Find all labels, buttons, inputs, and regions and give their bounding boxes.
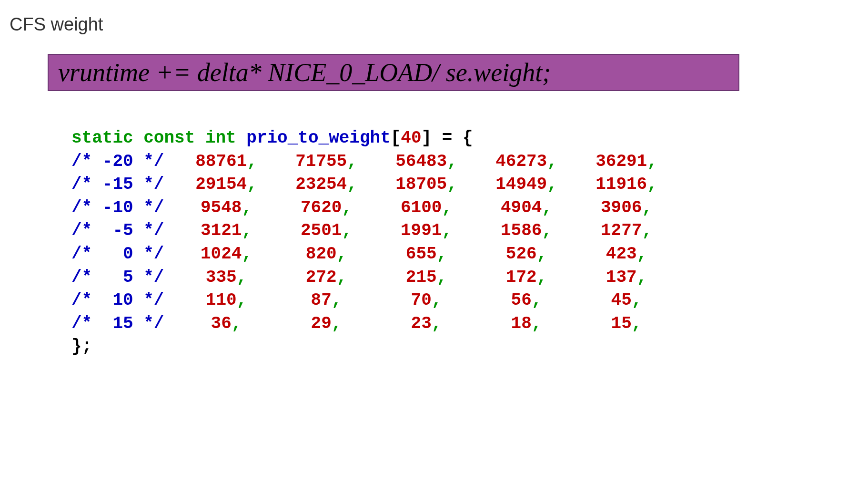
code-value: 215 (406, 268, 437, 287)
code-value: 18 (511, 314, 532, 333)
code-value-cell: 423, (576, 243, 676, 266)
code-value: 14949 (495, 175, 547, 194)
code-value-cell: 2501, (276, 219, 376, 243)
code-value: 423 (606, 244, 637, 264)
kw-int: int (205, 128, 236, 148)
code-value-cell: 272, (276, 266, 376, 289)
code-value-cell: 71755, (276, 150, 376, 174)
code-comment: /* -5 */ (71, 219, 176, 243)
code-value: 29154 (195, 175, 247, 194)
bracket-close: ] (422, 128, 432, 148)
code-value-cell: 29154, (176, 173, 276, 196)
code-value-cell: 18705, (376, 173, 476, 196)
code-value-cell: 87, (276, 289, 376, 312)
comma: , (242, 198, 252, 217)
code-comment: /* -10 */ (71, 196, 176, 220)
comma: , (342, 221, 352, 240)
code-value: 56483 (395, 152, 447, 171)
code-value-cell: 172, (476, 266, 576, 289)
code-value: 15 (611, 314, 632, 333)
comma: , (547, 175, 557, 194)
comma: , (647, 152, 657, 171)
code-row: /* -10 */9548,7620,6100,4904,3906, (71, 196, 858, 220)
bracket-open: [ (391, 128, 401, 148)
comma: , (332, 314, 342, 333)
comma: , (632, 314, 642, 333)
code-value-cell: 29, (276, 312, 376, 336)
comma: , (337, 268, 347, 287)
code-value-cell: 23254, (276, 173, 376, 196)
comma: , (432, 314, 442, 333)
code-row: /* -20 */88761,71755,56483,46273,36291, (71, 150, 858, 174)
code-value-cell: 45, (576, 289, 676, 312)
code-declaration: static const int prio_to_weight[40] = { (71, 127, 858, 150)
code-row: /* -15 */29154,23254,18705,14949,11916, (71, 173, 858, 196)
code-value-cell: 14949, (476, 173, 576, 196)
code-value-cell: 6100, (376, 196, 476, 220)
comma: , (642, 221, 652, 240)
comma: , (637, 268, 647, 287)
formula-box: vruntime += delta* NICE_0_LOAD/ se.weigh… (48, 54, 739, 91)
code-value-cell: 15, (576, 312, 676, 336)
page-title: CFS weight (10, 14, 858, 35)
code-value-cell: 3906, (576, 196, 676, 220)
code-value: 6100 (401, 198, 442, 217)
comma: , (447, 175, 457, 194)
code-value-cell: 1586, (476, 219, 576, 243)
code-value-cell: 1024, (176, 243, 276, 266)
comma: , (647, 175, 657, 194)
code-comment: /* 0 */ (71, 243, 176, 266)
code-row: /* 10 */110,87,70,56,45, (71, 289, 858, 312)
comma: , (242, 221, 252, 240)
comma: , (547, 152, 557, 171)
comma: , (347, 175, 357, 194)
code-comment: /* -15 */ (71, 173, 176, 196)
code-value-cell: 335, (176, 266, 276, 289)
code-value: 70 (411, 290, 432, 310)
comma: , (242, 244, 252, 264)
code-value: 56 (511, 290, 532, 310)
comma: , (247, 175, 257, 194)
comma: , (432, 290, 442, 310)
code-value-cell: 820, (276, 243, 376, 266)
code-value: 36291 (595, 152, 647, 171)
equals: = (432, 128, 463, 148)
code-value-cell: 1991, (376, 219, 476, 243)
code-value: 655 (406, 244, 437, 264)
code-block: static const int prio_to_weight[40] = { … (71, 127, 858, 359)
comma: , (447, 152, 457, 171)
code-value-cell: 88761, (176, 150, 276, 174)
code-value-cell: 9548, (176, 196, 276, 220)
code-value: 272 (306, 268, 337, 287)
comma: , (537, 244, 547, 264)
code-value-cell: 46273, (476, 150, 576, 174)
code-value: 1586 (501, 221, 542, 240)
code-row: /* 15 */36,29,23,18,15, (71, 312, 858, 336)
code-value: 1277 (601, 221, 642, 240)
code-value: 11916 (595, 175, 647, 194)
code-value-cell: 56483, (376, 150, 476, 174)
code-value-cell: 137, (576, 266, 676, 289)
code-value-cell: 70, (376, 289, 476, 312)
code-value: 110 (206, 290, 237, 310)
comma: , (437, 244, 447, 264)
code-comment: /* 10 */ (71, 289, 176, 312)
code-value: 71755 (295, 152, 347, 171)
brace-close: }; (71, 337, 92, 356)
formula-text: vruntime += delta* NICE_0_LOAD/ se.weigh… (58, 58, 729, 87)
code-value-cell: 18, (476, 312, 576, 336)
comma: , (332, 290, 342, 310)
comma: , (632, 290, 642, 310)
code-value: 36 (211, 314, 232, 333)
code-value: 45 (611, 290, 632, 310)
code-value: 9548 (201, 198, 242, 217)
brace-open: { (463, 128, 473, 148)
comma: , (347, 152, 357, 171)
code-value: 29 (311, 314, 332, 333)
code-row: /* -5 */3121,2501,1991,1586,1277, (71, 219, 858, 243)
code-value: 172 (506, 268, 537, 287)
comma: , (337, 244, 347, 264)
code-value: 7620 (301, 198, 342, 217)
comma: , (532, 314, 542, 333)
code-comment: /* 5 */ (71, 266, 176, 289)
